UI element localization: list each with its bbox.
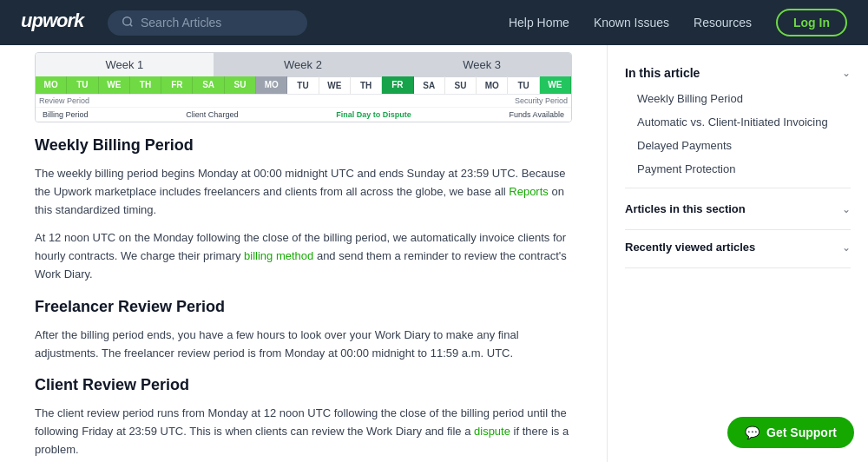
- articles-section-title: Articles in this section: [625, 202, 746, 215]
- page-layout: Week 1 Week 2 Week 3 MO TU WE TH FR SA S…: [0, 45, 868, 462]
- weeks-header: Week 1 Week 2 Week 3: [36, 53, 571, 76]
- header-nav: Help Home Known Issues Resources Log In: [509, 9, 847, 36]
- client-review-para: The client review period runs from Monda…: [35, 405, 572, 459]
- search-icon: [122, 16, 134, 30]
- nav-resources[interactable]: Resources: [694, 16, 752, 30]
- articles-section-header[interactable]: Articles in this section ⌄: [625, 195, 851, 222]
- dispute-link[interactable]: dispute: [474, 425, 510, 438]
- reports-link[interactable]: Reports: [509, 185, 549, 198]
- svg-line-2: [130, 23, 133, 26]
- weekly-billing-para2: At 12 noon UTC on the Monday following t…: [35, 229, 572, 283]
- day-sa-w1: SA: [193, 76, 224, 94]
- articles-section: Articles in this section ⌄: [625, 195, 851, 230]
- login-button[interactable]: Log In: [776, 9, 847, 36]
- get-support-label: Get Support: [766, 426, 837, 439]
- weekly-billing-section: Weekly Billing Period The weekly billing…: [35, 136, 572, 284]
- recently-viewed-title: Recently viewed articles: [625, 241, 755, 254]
- week-1-label: Week 1: [36, 53, 214, 76]
- client-review-section: Client Review Period The client review p…: [35, 376, 572, 459]
- final-day-label: Final Day to Dispute: [336, 110, 411, 119]
- svg-text:upwork: upwork: [21, 10, 86, 31]
- weekly-billing-para1: The weekly billing period begins Monday …: [35, 165, 572, 219]
- logo[interactable]: upwork: [21, 8, 90, 37]
- svg-point-1: [123, 16, 131, 24]
- freelancer-review-para: After the billing period ends, you have …: [35, 327, 572, 363]
- day-we-w1: WE: [99, 76, 130, 94]
- toc-item-delayed[interactable]: Delayed Payments: [625, 134, 851, 157]
- support-icon: 💬: [745, 426, 760, 439]
- billing-calendar: Week 1 Week 2 Week 3 MO TU WE TH FR SA S…: [35, 52, 572, 122]
- client-review-title: Client Review Period: [35, 376, 572, 394]
- nav-known-issues[interactable]: Known Issues: [594, 16, 669, 30]
- day-su-w2: SU: [445, 76, 477, 94]
- in-this-article-header[interactable]: In this article ⌄: [625, 59, 851, 87]
- toc-item-payment-protection[interactable]: Payment Protection: [625, 157, 851, 181]
- day-mo-w3: MO: [477, 76, 508, 94]
- client-charged-label: Client Charged: [186, 110, 238, 119]
- toc-list: Weekly Billing Period Automatic vs. Clie…: [625, 87, 851, 181]
- day-tu-w3: TU: [508, 76, 539, 94]
- recently-viewed-section: Recently viewed articles ⌄: [625, 234, 851, 268]
- day-th-w1: TH: [130, 76, 161, 94]
- billing-method-link[interactable]: billing method: [244, 249, 313, 262]
- review-period-label: Review Period: [39, 96, 89, 105]
- freelancer-review-section: Freelancer Review Period After the billi…: [35, 298, 572, 363]
- day-tu-w2: TU: [287, 76, 319, 94]
- search-bar[interactable]: Search Articles: [108, 10, 307, 36]
- day-su-w1: SU: [225, 76, 256, 94]
- para1-text: The weekly billing period begins Monday …: [35, 167, 565, 198]
- toc-item-auto-invoice[interactable]: Automatic vs. Client-Initiated Invoicing: [625, 110, 851, 134]
- day-fr-w1: FR: [161, 76, 193, 94]
- freelancer-review-title: Freelancer Review Period: [35, 298, 572, 316]
- in-this-article-section: In this article ⌄ Weekly Billing Period …: [625, 59, 851, 188]
- days-row: MO TU WE TH FR SA SU MO TU WE TH FR SA S…: [36, 76, 571, 94]
- get-support-button[interactable]: 💬 Get Support: [727, 417, 854, 448]
- recently-viewed-header[interactable]: Recently viewed articles ⌄: [625, 234, 851, 261]
- main-content: Week 1 Week 2 Week 3 MO TU WE TH FR SA S…: [0, 45, 608, 462]
- articles-chevron-icon: ⌄: [842, 203, 851, 215]
- day-fr-w2: FR: [382, 76, 413, 94]
- chevron-up-icon: ⌄: [842, 67, 851, 79]
- security-period-label: Security Period: [515, 96, 568, 105]
- day-tu-w1: TU: [67, 76, 98, 94]
- nav-help-home[interactable]: Help Home: [509, 16, 569, 30]
- billing-period-label: Billing Period: [43, 110, 89, 119]
- weekly-billing-title: Weekly Billing Period: [35, 136, 572, 155]
- search-label: Search Articles: [141, 16, 221, 30]
- funds-available-label: Funds Available: [510, 110, 564, 119]
- sidebar: In this article ⌄ Weekly Billing Period …: [608, 45, 868, 462]
- recently-viewed-chevron-icon: ⌄: [842, 241, 851, 254]
- week-2-label: Week 2: [214, 53, 393, 76]
- week-3-label: Week 3: [392, 53, 571, 76]
- day-we-w3: WE: [540, 76, 571, 94]
- day-mo-w2: MO: [256, 76, 287, 94]
- day-we-w2: WE: [319, 76, 351, 94]
- day-mo-w1: MO: [36, 76, 67, 94]
- toc-item-weekly[interactable]: Weekly Billing Period: [625, 87, 851, 110]
- header: upwork Search Articles Help Home Known I…: [0, 0, 868, 45]
- in-this-article-title: In this article: [625, 66, 700, 80]
- day-sa-w2: SA: [414, 76, 445, 94]
- day-th-w2: TH: [351, 76, 382, 94]
